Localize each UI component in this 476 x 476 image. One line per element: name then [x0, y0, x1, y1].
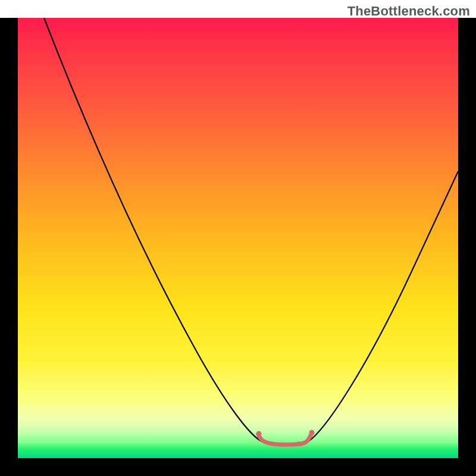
- chart-container: TheBottleneck.com: [0, 0, 476, 476]
- optimal-region-marker: [258, 433, 312, 444]
- curve-layer: [18, 18, 458, 458]
- marker-dot-c: [287, 443, 291, 446]
- frame-right: [458, 18, 476, 476]
- marker-dot-a: [268, 441, 272, 445]
- plot-area: [18, 18, 458, 458]
- marker-dot-left: [256, 431, 262, 437]
- marker-dot-right: [309, 430, 315, 436]
- marker-dot-b: [278, 443, 281, 446]
- frame-left: [0, 18, 18, 476]
- marker-dot-d: [297, 441, 300, 445]
- watermark-text: TheBottleneck.com: [347, 4, 470, 19]
- bottleneck-curve: [44, 18, 458, 444]
- frame-bottom: [0, 458, 476, 476]
